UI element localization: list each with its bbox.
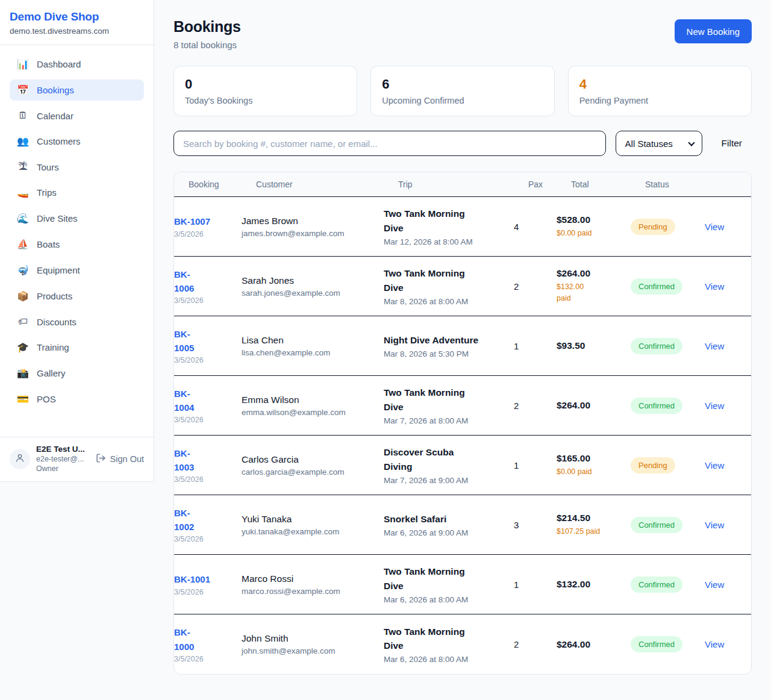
camera-icon: 📸 [17, 367, 29, 379]
status-select[interactable]: All Statuses [616, 131, 702, 156]
view-link[interactable]: View [705, 520, 751, 530]
customer-email: carlos.garcia@example.com [242, 467, 375, 477]
search-input[interactable] [173, 131, 606, 156]
page-subtitle: 8 total bookings [173, 40, 241, 50]
new-booking-button[interactable]: New Booking [675, 19, 752, 43]
booking-code-link[interactable]: BK- 1002 [174, 506, 233, 534]
table-row: BK-1007 3/5/2026 James Brown james.brown… [174, 197, 751, 257]
status-select-wrap: All Statuses [616, 131, 702, 156]
sidebar-item-tours[interactable]: 🏝 Tours [10, 157, 144, 177]
total-amount: $264.00 [557, 268, 622, 279]
status-badge: Confirmed [631, 338, 682, 354]
trip-cell: Two Tank Morning Dive Mar 12, 2026 at 8:… [384, 207, 514, 246]
customer-name: Emma Wilson [242, 395, 375, 405]
trip-date: Mar 6, 2026 at 9:00 AM [384, 528, 505, 537]
table-row: BK- 1005 3/5/2026 Lisa Chen lisa.chen@ex… [174, 316, 751, 376]
sign-out-button[interactable]: Sign Out [96, 453, 144, 465]
status-cell: Confirmed [631, 398, 705, 414]
sidebar-item-customers[interactable]: 👥 Customers [10, 131, 144, 152]
status-cell: Confirmed [631, 517, 705, 533]
stat-value: 0 [185, 77, 346, 92]
speedboat-icon: 🚤 [17, 187, 29, 198]
booking-cell: BK-1007 3/5/2026 [174, 214, 242, 238]
sidebar-item-dashboard[interactable]: 📊 Dashboard [10, 54, 144, 75]
total-cell: $528.00 $0.00 paid [557, 214, 631, 239]
customer-cell: John Smith john.smith@example.com [242, 633, 384, 655]
sidebar-item-boats[interactable]: ⛵ Boats [10, 234, 144, 255]
booking-code-link[interactable]: BK-1001 [174, 572, 233, 586]
pax-value: 2 [514, 401, 557, 411]
paid-amount: $132.00 paid [557, 281, 622, 304]
booking-code-link[interactable]: BK- 1003 [174, 446, 233, 475]
brand-domain: demo.test.divestreams.com [10, 27, 144, 36]
sidebar-item-training[interactable]: 🎓 Training [10, 337, 144, 358]
trip-date: Mar 8, 2026 at 5:30 PM [384, 349, 505, 358]
trip-cell: Snorkel Safari Mar 6, 2026 at 9:00 AM [384, 512, 514, 537]
person-icon [15, 453, 25, 465]
credit-card-icon: 💳 [17, 393, 29, 405]
table-body: BK-1007 3/5/2026 James Brown james.brown… [174, 197, 751, 674]
sidebar-item-bookings[interactable]: 📅 Bookings [10, 80, 144, 101]
pax-value: 3 [514, 520, 557, 530]
filter-button[interactable]: Filter [712, 138, 752, 149]
brand-title: Demo Dive Shop [10, 10, 144, 23]
column-header-customer: Customer [256, 180, 398, 189]
booking-date: 3/5/2026 [174, 655, 233, 663]
total-cell: $264.00 $132.00 paid [557, 268, 631, 304]
sidebar-item-products[interactable]: 📦 Products [10, 286, 144, 307]
trip-name: Discover Scuba Diving [384, 445, 505, 473]
booking-code-link[interactable]: BK- 1004 [174, 387, 233, 415]
table-row: BK- 1000 3/5/2026 John Smith john.smith@… [174, 614, 751, 674]
booking-code-link[interactable]: BK-1007 [174, 214, 233, 228]
trip-cell: Two Tank Morning Dive Mar 7, 2026 at 8:0… [384, 386, 514, 425]
booking-code-link[interactable]: BK- 1000 [174, 625, 233, 654]
total-amount: $132.00 [557, 579, 622, 590]
customer-email: james.brown@example.com [242, 229, 375, 238]
booking-cell: BK- 1000 3/5/2026 [174, 625, 242, 663]
sidebar-item-gallery[interactable]: 📸 Gallery [10, 363, 144, 384]
customer-cell: Lisa Chen lisa.chen@example.com [242, 335, 384, 357]
paid-amount: $0.00 paid [557, 228, 622, 239]
sidebar-item-equipment[interactable]: 🤿 Equipment [10, 260, 144, 281]
booking-cell: BK- 1004 3/5/2026 [174, 387, 242, 425]
view-link[interactable]: View [705, 222, 751, 232]
view-link[interactable]: View [705, 639, 751, 649]
stat-value: 6 [382, 77, 543, 92]
pax-value: 4 [514, 222, 557, 232]
total-cell: $165.00 $0.00 paid [557, 453, 631, 478]
view-link[interactable]: View [705, 341, 751, 351]
sidebar-item-discounts[interactable]: 🏷 Discounts [10, 311, 144, 332]
view-link[interactable]: View [705, 281, 751, 292]
stat-card-upcoming-confirmed: 6 Upcoming Confirmed [370, 66, 554, 116]
bookings-table: Booking Customer Trip Pax Total Status B… [173, 172, 752, 675]
booking-code-link[interactable]: BK- 1006 [174, 267, 233, 296]
total-cell: $264.00 [557, 400, 631, 411]
booking-cell: BK-1001 3/5/2026 [174, 572, 242, 596]
status-cell: Confirmed [631, 636, 705, 652]
sidebar-item-trips[interactable]: 🚤 Trips [10, 182, 144, 203]
status-badge: Confirmed [631, 398, 682, 414]
customer-email: lisa.chen@example.com [242, 348, 375, 357]
booking-date: 3/5/2026 [174, 230, 233, 239]
calendar-icon: 📅 [17, 84, 29, 96]
total-cell: $132.00 [557, 579, 631, 590]
pax-value: 2 [514, 639, 557, 649]
customer-cell: Marco Rossi marco.rossi@example.com [242, 573, 384, 596]
sidebar-item-calendar[interactable]: 🗓 Calendar [10, 105, 144, 126]
view-link[interactable]: View [705, 580, 751, 590]
avatar [10, 449, 30, 469]
booking-date: 3/5/2026 [174, 475, 233, 484]
booking-code-link[interactable]: BK- 1005 [174, 327, 233, 355]
total-cell: $264.00 [557, 639, 631, 650]
view-link[interactable]: View [705, 401, 751, 411]
booking-date: 3/5/2026 [174, 416, 233, 424]
view-link[interactable]: View [705, 460, 751, 470]
column-header-booking: Booking [189, 180, 256, 189]
customer-name: John Smith [242, 633, 375, 644]
customer-email: emma.wilson@example.com [242, 408, 375, 417]
column-header-status: Status [645, 180, 719, 189]
sidebar-item-dive-sites[interactable]: 🌊 Dive Sites [10, 208, 144, 229]
sidebar-item-pos[interactable]: 💳 POS [10, 389, 144, 410]
booking-date: 3/5/2026 [174, 588, 233, 596]
stat-card-pending-payment: 4 Pending Payment [568, 66, 752, 116]
